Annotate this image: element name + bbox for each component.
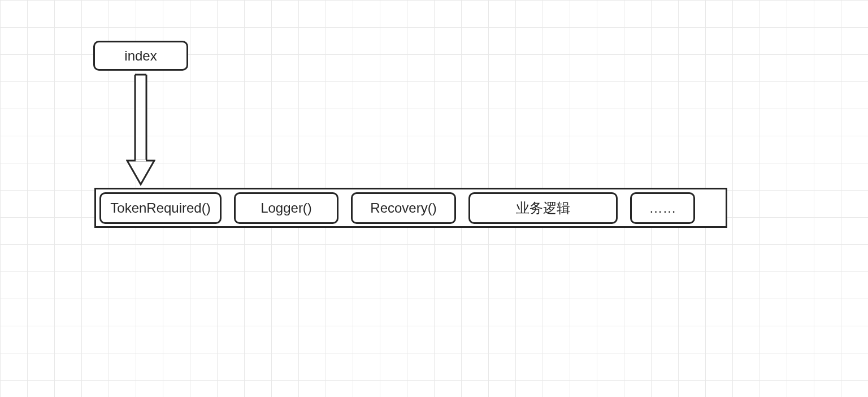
svg-marker-4 — [127, 161, 154, 184]
pipeline-item-label: 业务逻辑 — [516, 199, 570, 217]
pipeline-item-label: TokenRequired() — [110, 200, 210, 216]
pipeline-container: TokenRequired() Logger() Recovery() 业务逻辑… — [94, 188, 727, 228]
pipeline-item-business-logic: 业务逻辑 — [468, 192, 618, 224]
pipeline-item-label: Recovery() — [370, 200, 436, 216]
pipeline-item-label: Logger() — [261, 200, 312, 216]
svg-rect-0 — [135, 75, 146, 161]
pipeline-item-recovery: Recovery() — [351, 192, 456, 224]
index-node: index — [93, 41, 188, 71]
diagram-layer: index TokenRequired() Logger() Recovery(… — [0, 0, 868, 397]
pipeline-item-more: …… — [630, 192, 695, 224]
pipeline-item-logger: Logger() — [234, 192, 338, 224]
index-label: index — [124, 48, 157, 64]
pipeline-item-label: …… — [649, 200, 676, 216]
pipeline-item-token-required: TokenRequired() — [99, 192, 222, 224]
arrow-down-icon — [126, 71, 155, 187]
